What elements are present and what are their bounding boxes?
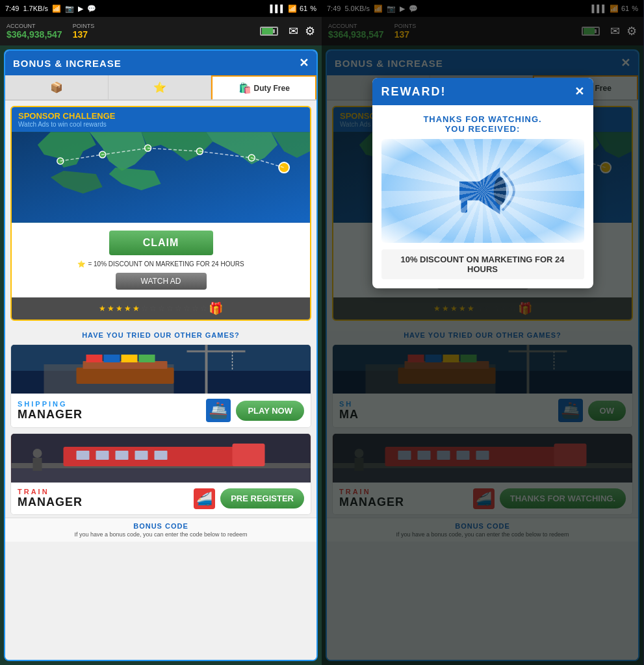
tab-star-left[interactable]: ⭐ [109, 75, 212, 99]
shipping-scene-svg [11, 345, 311, 394]
svg-rect-17 [77, 368, 174, 384]
map-svg-left [12, 132, 310, 223]
star-9: ☆ [166, 304, 174, 313]
star-tab-icon: ⭐ [153, 81, 166, 94]
points-label-left: POINTS [73, 23, 95, 29]
svg-rect-35 [155, 451, 168, 460]
tabs-row-left: 📦 ⭐ 🛍️ Duty Free [5, 75, 316, 101]
account-value-left: $364,938,547 [6, 29, 62, 40]
star-7: ☆ [149, 304, 157, 313]
reward-thanks-line2: YOU RECEIVED: [381, 124, 584, 134]
train-scene-svg [11, 434, 311, 483]
star-4: ★ [124, 304, 131, 313]
status-bar-left: 7:49 1.7KB/s 📶 📷 ▶ 💬 ▌▌▌ 📶 61% [0, 0, 322, 17]
modal-title-left: BONUS & INCREASE [13, 58, 122, 69]
reward-thanks-line1: THANKS FOR WATCHING. [381, 114, 584, 124]
account-icons-left: ✉ ⚙ [289, 24, 315, 38]
tab-dutyfree-left[interactable]: 🛍️ Duty Free [211, 75, 316, 99]
train-name-line1: TRAIN [18, 488, 188, 496]
bonus-code-section-left: BONUS CODE If you have a bonus code, you… [5, 518, 316, 542]
svg-rect-33 [116, 451, 129, 460]
claim-button-left[interactable]: CLAIM [109, 231, 213, 255]
train-logo-left: TRAIN MANAGER [18, 488, 188, 509]
star-8: ☆ [158, 304, 165, 313]
star-13: ☆ [200, 304, 207, 313]
sponsor-inner-left: CLAIM ⭐ = 10% DISCOUNT ON MARKETING FOR … [12, 132, 310, 320]
svg-rect-34 [135, 451, 148, 460]
gift-icon-left: 🎁 [209, 301, 223, 316]
status-right: ▌▌▌ 📶 61% [270, 5, 316, 13]
svg-rect-22 [139, 355, 155, 362]
account-label-left: ACCOUNT [6, 23, 62, 29]
modal-header-left: BONUS & INCREASE ✕ [5, 51, 316, 75]
watch-ad-button-left[interactable]: WATCH AD [116, 273, 207, 290]
reward-icon-container [381, 139, 584, 243]
bonus-code-desc-left: If you have a bonus code, you can enter … [12, 531, 310, 538]
svg-rect-31 [77, 451, 90, 460]
stars-row-left: ★ ★ ★ ★ ★ ☆ ☆ ☆ ☆ ☆ ☆ ☆ ☆ 🎁 [12, 297, 310, 320]
train-screenshot-left [11, 434, 311, 483]
dutyfree-tab-label: Duty Free [254, 84, 290, 93]
bonus-code-title-left: BONUS CODE [12, 522, 310, 530]
discount-label-left: = 10% DISCOUNT ON MARKETING FOR 24 HOURS [88, 260, 244, 268]
svg-rect-19 [86, 355, 103, 362]
svg-rect-32 [96, 451, 109, 460]
svg-point-36 [33, 449, 42, 458]
close-modal-left[interactable]: ✕ [299, 56, 309, 70]
account-info-left: ACCOUNT $364,938,547 [6, 23, 62, 40]
sponsor-header-left: SPONSOR CHALLENGE Watch Ads to win cool … [12, 107, 310, 132]
settings-icon-left[interactable]: ⚙ [305, 24, 315, 38]
reward-popup-header: REWARD! ✕ [372, 78, 593, 105]
svg-rect-20 [104, 355, 120, 362]
mail-icon-left[interactable]: ✉ [289, 24, 298, 38]
shipping-manager-card-left: SHIPPING MANAGER 🚢 PLAY NOW [10, 344, 311, 428]
reward-thanks-text: THANKS FOR WATCHING. YOU RECEIVED: [381, 114, 584, 134]
svg-rect-27 [12, 466, 311, 483]
speed-left: 1.7KB/s [23, 5, 48, 12]
train-footer-left: TRAIN MANAGER 🚄 PRE REGISTER [11, 483, 311, 514]
star-2: ★ [107, 304, 114, 313]
other-games-label-left: HAVE YOU TRIED OUR OTHER GAMES? [5, 326, 316, 342]
star-10: ☆ [175, 304, 182, 313]
star-3: ★ [116, 304, 123, 313]
dutyfree-tab-icon: 🛍️ [238, 82, 251, 94]
photo-icon: 📷 [65, 5, 74, 13]
reward-popup: REWARD! ✕ THANKS FOR WATCHING. YOU RECEI… [372, 78, 593, 288]
reward-popup-body: THANKS FOR WATCHING. YOU RECEIVED: [372, 105, 593, 288]
svg-rect-30 [233, 444, 265, 466]
reward-overlay: REWARD! ✕ THANKS FOR WATCHING. YOU RECEI… [322, 0, 643, 665]
svg-point-13 [279, 162, 289, 173]
ship-logo-icon: 🚢 [206, 399, 231, 422]
box-tab-icon: 📦 [50, 81, 63, 94]
signal-icon: 📶 [52, 5, 61, 13]
signal-bars-icon: ▌▌▌ [270, 5, 285, 12]
claim-section: CLAIM ⭐ = 10% DISCOUNT ON MARKETING FOR … [12, 223, 310, 297]
close-reward-button[interactable]: ✕ [574, 84, 584, 99]
modal-content-left: SPONSOR CHALLENGE Watch Ads to win cool … [5, 101, 316, 660]
star-12: ☆ [192, 304, 199, 313]
points-value-left: 137 [73, 29, 95, 40]
tab-box-left[interactable]: 📦 [5, 75, 109, 99]
account-bar-left: ACCOUNT $364,938,547 POINTS 137 ✉ ⚙ [0, 17, 322, 45]
time-left: 7:49 [5, 5, 19, 12]
svg-rect-37 [33, 458, 42, 471]
star-icon-left: ⭐ [77, 260, 85, 268]
discount-text-left: ⭐ = 10% DISCOUNT ON MARKETING FOR 24 HOU… [77, 260, 244, 268]
right-panel: 7:49 5.0KB/s 📶 📷 ▶ 💬 ▌▌▌ 📶 61% ACCOUNT $… [322, 0, 643, 665]
sponsor-card-left: SPONSOR CHALLENGE Watch Ads to win cool … [10, 106, 311, 321]
shipping-name-line1: SHIPPING [18, 400, 201, 408]
sponsor-title-left: SPONSOR CHALLENGE [18, 111, 303, 121]
battery-indicator-left [260, 27, 278, 36]
shipping-logo-left: SHIPPING MANAGER [18, 400, 201, 421]
reward-popup-title: REWARD! [381, 85, 446, 99]
train-manager-card-left: TRAIN MANAGER 🚄 PRE REGISTER [10, 433, 311, 515]
status-left: 7:49 1.7KB/s 📶 📷 ▶ 💬 [5, 5, 96, 13]
shipping-screenshot-left [11, 345, 311, 394]
battery-text-left: 61 [300, 5, 307, 12]
play-now-button-left[interactable]: PLAY NOW [236, 401, 304, 421]
pre-register-button-left[interactable]: PRE REGISTER [220, 488, 304, 508]
train-name-line2: MANAGER [18, 496, 188, 509]
star-1: ★ [99, 304, 106, 313]
points-info-left: POINTS 137 [73, 23, 95, 40]
sponsor-map-left [12, 132, 310, 223]
